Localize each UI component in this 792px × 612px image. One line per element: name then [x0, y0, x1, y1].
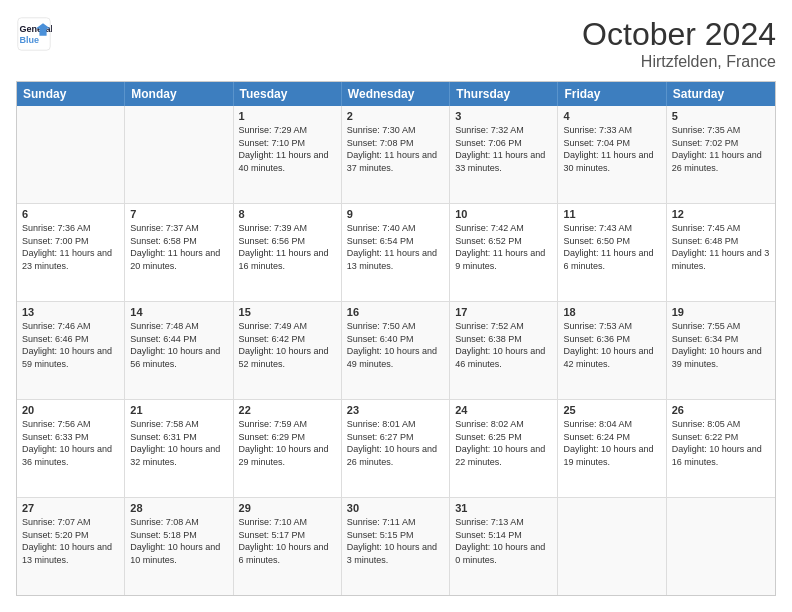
day-cell-9: 9Sunrise: 7:40 AMSunset: 6:54 PMDaylight… — [342, 204, 450, 301]
day-cell-16: 16Sunrise: 7:50 AMSunset: 6:40 PMDayligh… — [342, 302, 450, 399]
empty-cell — [667, 498, 775, 595]
day-cell-20: 20Sunrise: 7:56 AMSunset: 6:33 PMDayligh… — [17, 400, 125, 497]
calendar-header: SundayMondayTuesdayWednesdayThursdayFrid… — [17, 82, 775, 106]
day-cell-26: 26Sunrise: 8:05 AMSunset: 6:22 PMDayligh… — [667, 400, 775, 497]
day-info: Sunrise: 7:30 AMSunset: 7:08 PMDaylight:… — [347, 124, 444, 174]
day-info: Sunrise: 7:07 AMSunset: 5:20 PMDaylight:… — [22, 516, 119, 566]
day-info: Sunrise: 7:53 AMSunset: 6:36 PMDaylight:… — [563, 320, 660, 370]
day-number: 23 — [347, 404, 444, 416]
day-info: Sunrise: 7:56 AMSunset: 6:33 PMDaylight:… — [22, 418, 119, 468]
day-cell-2: 2Sunrise: 7:30 AMSunset: 7:08 PMDaylight… — [342, 106, 450, 203]
week-row-1: 1Sunrise: 7:29 AMSunset: 7:10 PMDaylight… — [17, 106, 775, 203]
week-row-5: 27Sunrise: 7:07 AMSunset: 5:20 PMDayligh… — [17, 497, 775, 595]
day-info: Sunrise: 7:55 AMSunset: 6:34 PMDaylight:… — [672, 320, 770, 370]
day-cell-6: 6Sunrise: 7:36 AMSunset: 7:00 PMDaylight… — [17, 204, 125, 301]
calendar: SundayMondayTuesdayWednesdayThursdayFrid… — [16, 81, 776, 596]
day-info: Sunrise: 7:35 AMSunset: 7:02 PMDaylight:… — [672, 124, 770, 174]
header-day-sunday: Sunday — [17, 82, 125, 106]
day-number: 28 — [130, 502, 227, 514]
day-number: 24 — [455, 404, 552, 416]
day-info: Sunrise: 7:39 AMSunset: 6:56 PMDaylight:… — [239, 222, 336, 272]
day-cell-19: 19Sunrise: 7:55 AMSunset: 6:34 PMDayligh… — [667, 302, 775, 399]
day-number: 27 — [22, 502, 119, 514]
day-cell-1: 1Sunrise: 7:29 AMSunset: 7:10 PMDaylight… — [234, 106, 342, 203]
day-number: 16 — [347, 306, 444, 318]
day-info: Sunrise: 7:37 AMSunset: 6:58 PMDaylight:… — [130, 222, 227, 272]
day-info: Sunrise: 7:13 AMSunset: 5:14 PMDaylight:… — [455, 516, 552, 566]
day-info: Sunrise: 7:50 AMSunset: 6:40 PMDaylight:… — [347, 320, 444, 370]
day-number: 15 — [239, 306, 336, 318]
day-cell-25: 25Sunrise: 8:04 AMSunset: 6:24 PMDayligh… — [558, 400, 666, 497]
day-cell-7: 7Sunrise: 7:37 AMSunset: 6:58 PMDaylight… — [125, 204, 233, 301]
day-info: Sunrise: 7:42 AMSunset: 6:52 PMDaylight:… — [455, 222, 552, 272]
day-cell-30: 30Sunrise: 7:11 AMSunset: 5:15 PMDayligh… — [342, 498, 450, 595]
empty-cell — [558, 498, 666, 595]
day-number: 1 — [239, 110, 336, 122]
day-number: 10 — [455, 208, 552, 220]
header-day-monday: Monday — [125, 82, 233, 106]
month-title: October 2024 — [582, 16, 776, 53]
day-info: Sunrise: 7:08 AMSunset: 5:18 PMDaylight:… — [130, 516, 227, 566]
day-number: 8 — [239, 208, 336, 220]
day-number: 2 — [347, 110, 444, 122]
logo-icon: General Blue — [16, 16, 52, 52]
day-number: 13 — [22, 306, 119, 318]
calendar-body: 1Sunrise: 7:29 AMSunset: 7:10 PMDaylight… — [17, 106, 775, 595]
day-cell-15: 15Sunrise: 7:49 AMSunset: 6:42 PMDayligh… — [234, 302, 342, 399]
day-cell-27: 27Sunrise: 7:07 AMSunset: 5:20 PMDayligh… — [17, 498, 125, 595]
day-number: 31 — [455, 502, 552, 514]
day-cell-31: 31Sunrise: 7:13 AMSunset: 5:14 PMDayligh… — [450, 498, 558, 595]
day-number: 4 — [563, 110, 660, 122]
day-cell-21: 21Sunrise: 7:58 AMSunset: 6:31 PMDayligh… — [125, 400, 233, 497]
day-info: Sunrise: 7:52 AMSunset: 6:38 PMDaylight:… — [455, 320, 552, 370]
day-info: Sunrise: 8:04 AMSunset: 6:24 PMDaylight:… — [563, 418, 660, 468]
day-info: Sunrise: 7:40 AMSunset: 6:54 PMDaylight:… — [347, 222, 444, 272]
day-cell-17: 17Sunrise: 7:52 AMSunset: 6:38 PMDayligh… — [450, 302, 558, 399]
day-number: 9 — [347, 208, 444, 220]
header-day-tuesday: Tuesday — [234, 82, 342, 106]
day-number: 26 — [672, 404, 770, 416]
day-number: 11 — [563, 208, 660, 220]
day-number: 17 — [455, 306, 552, 318]
day-info: Sunrise: 7:58 AMSunset: 6:31 PMDaylight:… — [130, 418, 227, 468]
day-number: 30 — [347, 502, 444, 514]
day-number: 25 — [563, 404, 660, 416]
day-cell-22: 22Sunrise: 7:59 AMSunset: 6:29 PMDayligh… — [234, 400, 342, 497]
day-info: Sunrise: 7:43 AMSunset: 6:50 PMDaylight:… — [563, 222, 660, 272]
day-cell-12: 12Sunrise: 7:45 AMSunset: 6:48 PMDayligh… — [667, 204, 775, 301]
empty-cell — [17, 106, 125, 203]
week-row-2: 6Sunrise: 7:36 AMSunset: 7:00 PMDaylight… — [17, 203, 775, 301]
header-day-friday: Friday — [558, 82, 666, 106]
day-cell-14: 14Sunrise: 7:48 AMSunset: 6:44 PMDayligh… — [125, 302, 233, 399]
day-number: 12 — [672, 208, 770, 220]
week-row-3: 13Sunrise: 7:46 AMSunset: 6:46 PMDayligh… — [17, 301, 775, 399]
day-info: Sunrise: 7:29 AMSunset: 7:10 PMDaylight:… — [239, 124, 336, 174]
day-info: Sunrise: 8:02 AMSunset: 6:25 PMDaylight:… — [455, 418, 552, 468]
day-info: Sunrise: 7:11 AMSunset: 5:15 PMDaylight:… — [347, 516, 444, 566]
day-number: 6 — [22, 208, 119, 220]
day-number: 7 — [130, 208, 227, 220]
empty-cell — [125, 106, 233, 203]
day-info: Sunrise: 7:46 AMSunset: 6:46 PMDaylight:… — [22, 320, 119, 370]
day-info: Sunrise: 7:48 AMSunset: 6:44 PMDaylight:… — [130, 320, 227, 370]
header-day-thursday: Thursday — [450, 82, 558, 106]
svg-text:Blue: Blue — [20, 35, 40, 45]
day-info: Sunrise: 7:33 AMSunset: 7:04 PMDaylight:… — [563, 124, 660, 174]
day-info: Sunrise: 7:45 AMSunset: 6:48 PMDaylight:… — [672, 222, 770, 272]
day-cell-18: 18Sunrise: 7:53 AMSunset: 6:36 PMDayligh… — [558, 302, 666, 399]
day-cell-4: 4Sunrise: 7:33 AMSunset: 7:04 PMDaylight… — [558, 106, 666, 203]
day-cell-29: 29Sunrise: 7:10 AMSunset: 5:17 PMDayligh… — [234, 498, 342, 595]
day-number: 14 — [130, 306, 227, 318]
day-cell-5: 5Sunrise: 7:35 AMSunset: 7:02 PMDaylight… — [667, 106, 775, 203]
day-number: 21 — [130, 404, 227, 416]
location-title: Hirtzfelden, France — [582, 53, 776, 71]
day-info: Sunrise: 8:05 AMSunset: 6:22 PMDaylight:… — [672, 418, 770, 468]
day-number: 5 — [672, 110, 770, 122]
day-number: 29 — [239, 502, 336, 514]
header: General Blue October 2024 Hirtzfelden, F… — [16, 16, 776, 71]
page: General Blue October 2024 Hirtzfelden, F… — [0, 0, 792, 612]
day-info: Sunrise: 7:59 AMSunset: 6:29 PMDaylight:… — [239, 418, 336, 468]
day-cell-11: 11Sunrise: 7:43 AMSunset: 6:50 PMDayligh… — [558, 204, 666, 301]
header-day-saturday: Saturday — [667, 82, 775, 106]
day-number: 18 — [563, 306, 660, 318]
